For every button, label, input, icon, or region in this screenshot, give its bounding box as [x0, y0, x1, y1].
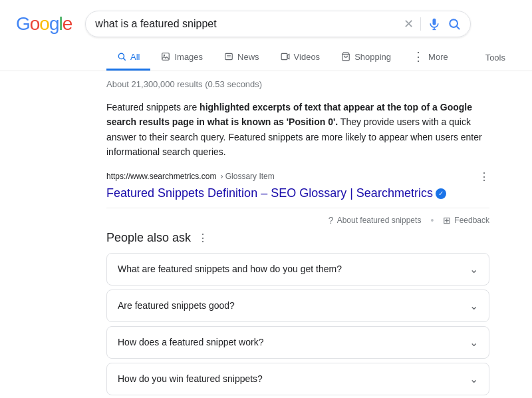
svg-rect-0	[433, 19, 436, 25]
about-featured-snippets-link[interactable]: ? About featured snippets	[329, 215, 422, 226]
paa-question-3: How do you win featured snippets?	[118, 373, 263, 384]
videos-tab-icon	[281, 52, 290, 61]
source-url-row: https://www.searchmetrics.com › Glossary…	[106, 170, 489, 183]
tab-all[interactable]: All	[106, 45, 150, 71]
snippet-text-before: Featured snippets are	[106, 102, 200, 112]
divider	[420, 17, 421, 31]
tab-more-label: More	[428, 52, 448, 62]
search-submit-icon[interactable]	[448, 17, 461, 31]
paa-chevron-2: ⌄	[469, 336, 478, 349]
tab-videos-label: Videos	[294, 52, 321, 62]
tab-news-label: News	[237, 52, 259, 62]
about-icon: ?	[329, 215, 334, 226]
paa-question-2: How does a featured snippet work?	[118, 337, 263, 347]
source-url: https://www.searchmetrics.com	[106, 172, 216, 181]
header: Google what is a featured snippet ✕	[0, 0, 532, 44]
all-tab-icon	[117, 52, 126, 61]
paa-chevron-3: ⌄	[469, 373, 478, 385]
feedback-icon: ⊞	[443, 215, 451, 226]
images-tab-icon	[161, 52, 170, 61]
svg-rect-12	[281, 53, 287, 59]
paa-item-1[interactable]: Are featured snippets good? ⌄	[106, 290, 489, 322]
paa-chevron-0: ⌄	[469, 263, 478, 276]
feedback-dot: •	[430, 215, 434, 226]
feedback-label: Feedback	[454, 216, 489, 225]
search-icons: ✕	[404, 17, 461, 31]
paa-question-1: Are featured snippets good?	[118, 300, 235, 311]
tab-shopping-label: Shopping	[354, 52, 391, 62]
tab-shopping[interactable]: Shopping	[331, 45, 402, 71]
tab-images-label: Images	[174, 52, 203, 62]
source-more-icon[interactable]: ⋮	[479, 170, 489, 183]
feedback-row: ? About featured snippets • ⊞ Feedback	[106, 208, 489, 226]
paa-title: People also ask	[106, 231, 191, 245]
svg-line-6	[124, 59, 126, 61]
paa-chevron-1: ⌄	[469, 299, 478, 312]
tab-videos[interactable]: Videos	[270, 45, 331, 71]
feedback-button[interactable]: ⊞ Feedback	[443, 215, 489, 226]
news-tab-icon	[224, 52, 233, 61]
paa-question-0: What are featured snippets and how do yo…	[118, 264, 342, 274]
search-bar: what is a featured snippet ✕	[85, 11, 471, 37]
google-logo: Google	[16, 13, 72, 35]
results-stats: About 21,300,000 results (0.53 seconds)	[106, 79, 489, 89]
paa-item-3[interactable]: How do you win featured snippets? ⌄	[106, 363, 489, 395]
shopping-tab-icon	[341, 52, 350, 61]
verified-badge: ✓	[436, 188, 446, 199]
about-label: About featured snippets	[337, 216, 422, 225]
tab-all-label: All	[130, 52, 140, 62]
featured-snippet: Featured snippets are highlighted excerp…	[106, 100, 489, 160]
paa-item-2[interactable]: How does a featured snippet work? ⌄	[106, 326, 489, 359]
paa-header: People also ask ⋮	[106, 231, 489, 245]
search-bar-wrapper: what is a featured snippet ✕	[85, 11, 471, 37]
people-also-ask-section: People also ask ⋮ What are featured snip…	[106, 231, 489, 395]
results-area: About 21,300,000 results (0.53 seconds) …	[0, 71, 505, 398]
source-link: https://www.searchmetrics.com › Glossary…	[106, 170, 489, 201]
paa-item-0[interactable]: What are featured snippets and how do yo…	[106, 253, 489, 286]
result-title-link[interactable]: Featured Snippets Definition – SEO Gloss…	[106, 186, 446, 200]
nav-tabs: All Images News Videos Shopping ⋮ More T…	[0, 44, 532, 71]
source-breadcrumb: › Glossary Item	[220, 172, 274, 181]
svg-line-4	[457, 27, 460, 29]
search-input[interactable]: what is a featured snippet	[95, 18, 397, 30]
svg-rect-7	[162, 53, 170, 61]
featured-snippet-text: Featured snippets are highlighted excerp…	[106, 100, 489, 160]
svg-rect-9	[225, 53, 233, 59]
svg-point-8	[164, 55, 165, 56]
result-title: Featured Snippets Definition – SEO Gloss…	[106, 186, 489, 201]
tab-images[interactable]: Images	[150, 45, 213, 71]
result-title-text: Featured Snippets Definition – SEO Gloss…	[106, 186, 433, 200]
more-dots-icon: ⋮	[412, 51, 424, 63]
paa-more-icon[interactable]: ⋮	[198, 232, 208, 244]
tools-button[interactable]: Tools	[475, 46, 516, 69]
tab-more[interactable]: ⋮ More	[402, 44, 459, 71]
tab-news[interactable]: News	[213, 45, 270, 71]
clear-icon[interactable]: ✕	[404, 17, 414, 31]
mic-icon[interactable]	[428, 17, 441, 31]
